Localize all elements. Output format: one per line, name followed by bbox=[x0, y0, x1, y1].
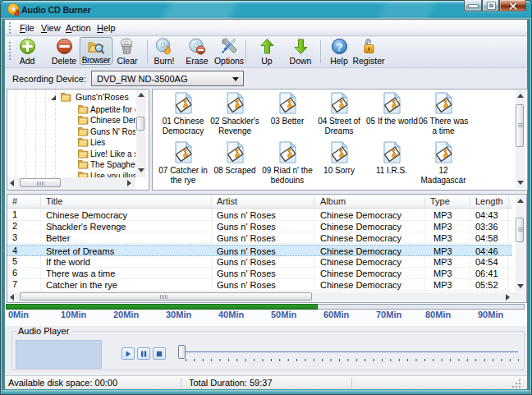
svg-text:?: ? bbox=[336, 41, 342, 53]
